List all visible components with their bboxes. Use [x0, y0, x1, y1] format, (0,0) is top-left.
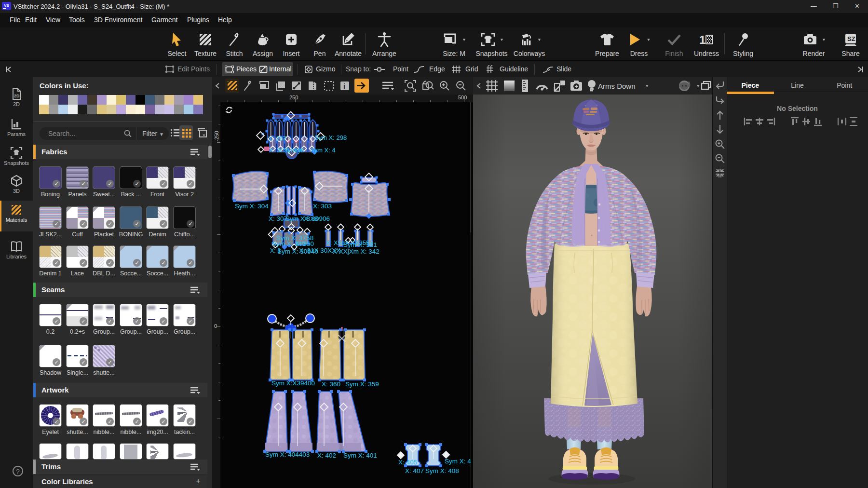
svg-text:Sym X: 359: Sym X: 359 — [345, 380, 379, 388]
svg-text:8y6: 8y6 — [294, 147, 304, 154]
svg-text:X: 307: X: 307 — [269, 215, 287, 222]
svg-text:2D: 2D — [14, 94, 20, 98]
svg-text:SZ: SZ — [847, 35, 855, 42]
svg-text:X: 360: X: 360 — [322, 380, 340, 388]
svg-text:X: 350: X: 350 — [295, 240, 314, 247]
svg-text:Sym X: 4: Sym X: 4 — [445, 458, 471, 465]
svg-text:Sym X: 4: Sym X: 4 — [310, 147, 336, 154]
svg-text:1: 1 — [699, 33, 705, 46]
svg-text:X: 407: X: 407 — [405, 467, 424, 474]
svg-text:Sym X: 298: Sym X: 298 — [314, 134, 347, 141]
svg-text:X: 303: X: 303 — [313, 203, 332, 210]
svg-text:Sym X: 304: Sym X: 304 — [235, 203, 269, 210]
svg-text:X: 402: X: 402 — [317, 452, 336, 459]
svg-text:i: i — [343, 82, 345, 90]
svg-text:Sym X: 404403: Sym X: 404403 — [265, 451, 310, 458]
svg-text:Sym X: 351: Sym X: 351 — [343, 241, 377, 248]
svg-text:Sym X: 401: Sym X: 401 — [343, 452, 377, 459]
svg-text:Sym X: 408: Sym X: 408 — [425, 467, 459, 474]
svg-text:X: 297: X: 297 — [268, 135, 286, 142]
svg-text:X: 405: X: 405 — [398, 459, 417, 466]
svg-text:X XXjXm X: 342: X XXjXm X: 342 — [333, 248, 380, 255]
svg-text:X: 30906: X: 30906 — [304, 215, 330, 222]
svg-text:Sym X:X39400: Sym X:X39400 — [271, 380, 315, 387]
